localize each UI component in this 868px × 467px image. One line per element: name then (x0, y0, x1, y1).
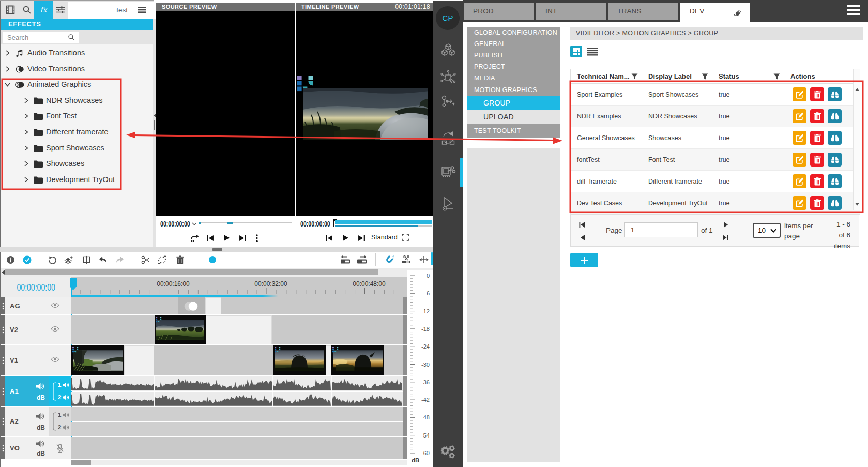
page-last-icon[interactable] (723, 235, 728, 240)
chevron-small-down-icon[interactable] (192, 222, 197, 225)
speaker-small-icon[interactable] (63, 382, 69, 388)
track-drag-handle[interactable] (1, 407, 5, 436)
playhead-flag[interactable] (70, 278, 77, 290)
clip-tail[interactable] (124, 345, 154, 375)
chevron-right-icon[interactable] (23, 177, 29, 183)
tree-item-showcases[interactable]: Showcases (1, 156, 146, 172)
speaker-icon[interactable] (36, 383, 45, 390)
insert-right-icon[interactable] (357, 255, 367, 264)
audio-clip-waveform[interactable] (273, 376, 331, 391)
delete-button[interactable] (810, 109, 824, 123)
video-clip[interactable] (273, 345, 326, 375)
speaker-small-icon[interactable] (63, 395, 69, 400)
inspect-button[interactable] (828, 87, 842, 101)
timeline-bottom-scrollbar[interactable] (71, 460, 407, 465)
sync-transfer-icon[interactable] (440, 130, 456, 146)
check-circle-icon[interactable] (23, 255, 32, 264)
chevron-right-icon[interactable] (23, 113, 29, 119)
nav-item-publish[interactable]: PUBLISH (467, 50, 560, 61)
tree-item-audio-transitions[interactable]: Audio Transitions (1, 46, 146, 61)
insert-left-icon[interactable] (340, 255, 351, 264)
audio-clip-waveform[interactable] (332, 392, 402, 406)
edit-button[interactable] (793, 174, 806, 188)
column-header-display-label[interactable]: Display Label (642, 69, 712, 83)
tab-trans[interactable]: TRANS (608, 3, 678, 20)
video-clip[interactable] (331, 345, 384, 375)
speaker-icon[interactable] (36, 413, 45, 420)
overwrite-icon[interactable] (191, 235, 199, 242)
chevron-right-icon[interactable] (23, 145, 29, 151)
speaker-small-icon[interactable] (63, 412, 69, 418)
unlink-icon[interactable] (158, 255, 166, 264)
info-circle-icon[interactable] (6, 255, 15, 264)
tab-int[interactable]: INT (536, 3, 606, 20)
redo-icon[interactable] (115, 255, 124, 264)
book-split-icon[interactable] (82, 255, 91, 264)
track-db-label[interactable]: dB (37, 450, 45, 457)
trash-icon[interactable] (176, 255, 185, 264)
razor-icon[interactable] (402, 255, 411, 264)
inspect-button[interactable] (828, 109, 842, 123)
add-group-button[interactable] (570, 253, 598, 267)
tree-item-ndr-showcases[interactable]: NDR Showcases (1, 93, 146, 109)
table-row[interactable]: Dev Test CasesDevelopment TryOuttrue (571, 192, 860, 214)
nav-item-media[interactable]: MEDIA (467, 72, 560, 84)
hamburger-icon[interactable] (847, 5, 860, 15)
panel-resize-handle[interactable] (212, 248, 222, 251)
assets-cubes-icon[interactable] (440, 42, 456, 58)
kebab-icon[interactable] (256, 234, 258, 242)
nav-item-global-configuration[interactable]: GLOBAL CONFIGURATION (467, 27, 560, 38)
inspect-button[interactable] (828, 153, 842, 167)
track-drag-handle[interactable] (1, 297, 5, 314)
play-icon[interactable] (224, 235, 230, 241)
tab-prod[interactable]: PROD (464, 3, 534, 20)
nav-item-upload[interactable]: UPLOAD (467, 110, 560, 124)
magnet-icon[interactable] (385, 255, 394, 264)
track-db-label[interactable]: dB (37, 424, 45, 431)
page-next-icon[interactable] (724, 222, 728, 228)
audio-clip-waveform[interactable] (71, 392, 154, 406)
next-frame-icon[interactable] (239, 235, 246, 241)
track-drag-handle[interactable] (1, 376, 5, 406)
column-header-technical-nam-[interactable]: Technical Nam... (571, 69, 642, 83)
funnel-icon[interactable] (773, 73, 780, 80)
delete-button[interactable] (810, 196, 824, 210)
video-clip[interactable] (155, 315, 206, 344)
nav-item-group[interactable]: GROUP (467, 96, 560, 110)
page-prev-icon[interactable] (580, 235, 585, 240)
fullscreen-icon[interactable] (402, 234, 409, 241)
edit-button[interactable] (793, 131, 806, 145)
scroll-down-icon[interactable] (855, 203, 859, 206)
reset-icon[interactable] (48, 255, 57, 264)
page-first-icon[interactable] (579, 222, 585, 228)
search-input[interactable]: Search (3, 32, 79, 43)
track-drag-handle[interactable] (1, 437, 5, 459)
grid-view-button[interactable] (570, 46, 582, 57)
page-input[interactable]: 1 (624, 222, 698, 237)
tree-item-different-framerate[interactable]: Different framerate (1, 125, 146, 140)
clip-tail[interactable] (205, 297, 221, 314)
tree-scrollbar-thumb[interactable] (154, 120, 155, 130)
table-row[interactable]: Sport ExamplesSport Showcasestrue (571, 84, 860, 106)
delete-button[interactable] (810, 174, 824, 188)
audio-clip-waveform[interactable] (273, 392, 331, 406)
tab-dev[interactable]: DEV (680, 3, 750, 26)
chevron-right-icon[interactable] (5, 50, 10, 56)
chevron-right-icon[interactable] (5, 66, 10, 72)
items-per-page-select[interactable]: 10 (753, 223, 781, 238)
table-scrollbar[interactable] (853, 69, 860, 210)
audio-clip-waveform[interactable] (155, 392, 272, 406)
test-runner-icon[interactable] (440, 195, 456, 211)
nav-item-general[interactable]: GENERAL (467, 38, 560, 50)
workflow-icon[interactable] (440, 94, 456, 110)
nav-item-test-toolkit[interactable]: TEST TOOLKIT (467, 124, 560, 138)
edit-button[interactable] (793, 153, 806, 167)
layers-plus-icon[interactable] (64, 255, 73, 264)
connections-hub-icon[interactable] (440, 70, 456, 85)
inspect-button[interactable] (828, 174, 842, 188)
user-avatar[interactable]: CP (436, 6, 460, 30)
eye-icon[interactable] (51, 302, 59, 308)
tree-item-sport-showcases[interactable]: Sport Showcases (1, 141, 146, 156)
eye-icon[interactable] (51, 356, 59, 363)
next-frame-icon[interactable] (358, 235, 365, 241)
